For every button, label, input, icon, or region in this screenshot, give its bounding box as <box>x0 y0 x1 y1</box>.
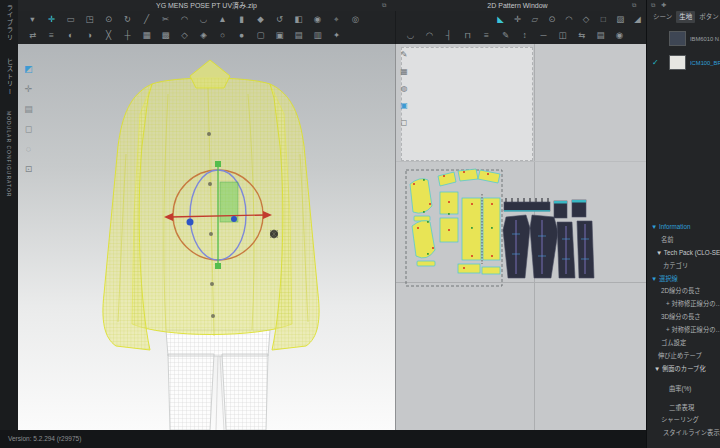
texture-editor-icon[interactable]: ▤ <box>591 28 610 42</box>
texture-toggle-icon[interactable]: ▣ <box>398 99 410 113</box>
solid-view-icon[interactable]: ◈ <box>194 28 213 42</box>
prop-double-expression[interactable]: 二重表現 <box>647 402 720 415</box>
simulate-icon[interactable]: ▾ <box>23 12 42 26</box>
baseline-icon[interactable]: ─ <box>534 28 553 42</box>
fabric-swatch[interactable] <box>669 55 686 70</box>
free-sewing-2d-icon[interactable]: ◠ <box>420 28 439 42</box>
pattern-pieces-selected[interactable] <box>410 169 500 274</box>
pin-box-icon[interactable]: ◆ <box>251 12 270 26</box>
sphere-fill-icon[interactable]: ● <box>232 28 251 42</box>
prop-category[interactable]: カテゴリ <box>647 260 720 273</box>
undock-3d-icon[interactable]: ⧉ <box>382 0 386 11</box>
shirt-mesh[interactable] <box>103 60 319 350</box>
fabric-item-icm100[interactable]: ✓ ICM100_BR… <box>647 52 720 76</box>
sewing-2d-icon[interactable]: ◡ <box>401 28 420 42</box>
tab-library[interactable]: ライブラリ <box>4 4 14 42</box>
menu-icon[interactable]: ≡ <box>42 28 61 42</box>
seam-allowance-icon[interactable]: ⊓ <box>458 28 477 42</box>
undock-2d-icon[interactable]: ⧉ <box>632 0 636 11</box>
gizmo-toggle-icon[interactable]: ✛ <box>22 82 35 96</box>
fold-arrangement-icon[interactable]: ◧ <box>289 12 308 26</box>
grid-icon[interactable]: ┼ <box>118 28 137 42</box>
prop-stay-tape[interactable]: 伸び止めテープ <box>647 350 720 363</box>
tab-scene[interactable]: シーン <box>650 11 675 23</box>
notch-icon[interactable]: ┤ <box>439 28 458 42</box>
fabric-swatch[interactable] <box>669 31 686 46</box>
show-sewing-icon[interactable]: ◉ <box>610 28 629 42</box>
frame-icon[interactable]: ▢ <box>251 28 270 42</box>
scissors-icon[interactable]: ✂ <box>156 12 175 26</box>
prop-elastic[interactable]: ゴム設定 <box>647 337 720 350</box>
pen-2d-icon[interactable]: ✎ <box>398 48 410 62</box>
sync-icon[interactable]: ⇄ <box>23 28 42 42</box>
garment-3d-render[interactable] <box>78 54 378 430</box>
tab-modular-configurator[interactable]: MODULAR CONFIGURATOR <box>6 111 12 197</box>
reset-arrangement-icon[interactable]: ↺ <box>270 12 289 26</box>
prop-name[interactable]: 名前 <box>647 234 720 247</box>
section-curve[interactable]: ▼ 側面のカーブ化 <box>647 363 720 376</box>
symmetric-pattern-icon[interactable]: ◫ <box>553 28 572 42</box>
show-panel-icon[interactable]: ◻ <box>22 122 35 136</box>
pause-icon[interactable]: ▮ <box>232 12 251 26</box>
viewcube-icon[interactable]: ◩ <box>22 62 35 76</box>
dart-icon[interactable]: ◢ <box>629 12 646 26</box>
edit-point-icon[interactable]: ▱ <box>526 12 543 26</box>
tab-history[interactable]: ヒストリー <box>4 58 14 96</box>
button-icon[interactable]: ◉ <box>308 12 327 26</box>
grading-icon[interactable]: ≡ <box>477 28 496 42</box>
ghost-icon[interactable]: ◌ <box>22 142 35 156</box>
tab-fabric[interactable]: 生地 <box>676 11 695 23</box>
prop-2d-segment-length[interactable]: 2D線分の長さ <box>647 285 720 298</box>
polygon-icon[interactable]: ◇ <box>578 12 595 26</box>
segment-sewing-icon[interactable]: ◠ <box>175 12 194 26</box>
snap-icon[interactable]: ⊡ <box>22 162 35 176</box>
internal-polygon-icon[interactable]: ▨ <box>612 12 629 26</box>
select-move-icon[interactable]: ✛ <box>42 12 61 26</box>
free-sewing-icon[interactable]: ◡ <box>194 12 213 26</box>
frame-fill-icon[interactable]: ▣ <box>270 28 289 42</box>
fabric-item-ibm6010[interactable]: IBM6010 N… <box>647 28 720 52</box>
pattern-pieces-pants[interactable] <box>503 200 594 278</box>
prop-3d-symmetric-length[interactable]: + 対称修正線分の… <box>647 324 720 337</box>
texture-view-icon[interactable]: ▩ <box>156 28 175 42</box>
section-selected-line[interactable]: ▼ 選択線 <box>647 273 720 286</box>
transform-pattern-2d-icon[interactable]: ◣ <box>492 12 509 26</box>
prop-shirring[interactable]: シャーリング <box>647 414 720 427</box>
annotation-icon[interactable]: ✎ <box>496 28 515 42</box>
prop-2d-symmetric-length[interactable]: + 対称修正線分の… <box>647 298 720 311</box>
avatar-show-icon[interactable]: ◐ <box>61 28 80 42</box>
wireframe-icon[interactable]: ◇ <box>175 28 194 42</box>
garment-show-icon[interactable]: ◑ <box>80 28 99 42</box>
box-select-icon[interactable]: ▭ <box>61 12 80 26</box>
add-point-icon[interactable]: ⊙ <box>543 12 560 26</box>
section-information[interactable]: ▼ Information <box>647 221 720 234</box>
transform-pattern-icon[interactable]: ◳ <box>80 12 99 26</box>
measure-icon[interactable]: ⌖ <box>327 12 346 26</box>
prop-curvature[interactable]: 曲率(%) <box>647 383 720 396</box>
prop-styleline-display[interactable]: スタイルライン表示 <box>647 427 720 440</box>
section-tech-pack[interactable]: ▼ Tech Pack (CLO-SET… <box>647 247 720 260</box>
viewport-3d[interactable]: ◩✛▤◻◌⊡ <box>18 44 395 430</box>
mesh-view-icon[interactable]: ▦ <box>137 28 156 42</box>
zipper-icon[interactable]: ◎ <box>346 12 365 26</box>
light-icon[interactable]: ✦ <box>327 28 346 42</box>
blank-tool-icon[interactable]: ◻ <box>398 116 410 130</box>
garment-icon[interactable]: ▲ <box>213 12 232 26</box>
panel-add-icon[interactable]: ✚ <box>661 1 666 10</box>
pen-3d-icon[interactable]: ╱ <box>137 12 156 26</box>
sphere-icon[interactable]: ○ <box>213 28 232 42</box>
panel-undock-icon[interactable]: ⧉ <box>651 1 655 10</box>
layers-icon[interactable]: ▤ <box>289 28 308 42</box>
tab-button[interactable]: ボタン <box>696 11 720 23</box>
grid-2d-icon[interactable]: ▦ <box>398 65 410 79</box>
render-layer-icon[interactable]: ▤ <box>22 102 35 116</box>
fold-icon[interactable]: ⇆ <box>572 28 591 42</box>
delete-icon[interactable]: ╳ <box>99 28 118 42</box>
pattern-canvas[interactable] <box>404 164 642 290</box>
rectangle-icon[interactable]: □ <box>595 12 612 26</box>
viewport-2d[interactable]: ✎▦◍▣◻ <box>395 44 646 430</box>
prop-3d-segment-length[interactable]: 3D線分の長さ <box>647 311 720 324</box>
info-icon[interactable]: ◍ <box>398 82 410 96</box>
rotate-icon[interactable]: ↻ <box>118 12 137 26</box>
edit-pattern-icon[interactable]: ✛ <box>509 12 526 26</box>
